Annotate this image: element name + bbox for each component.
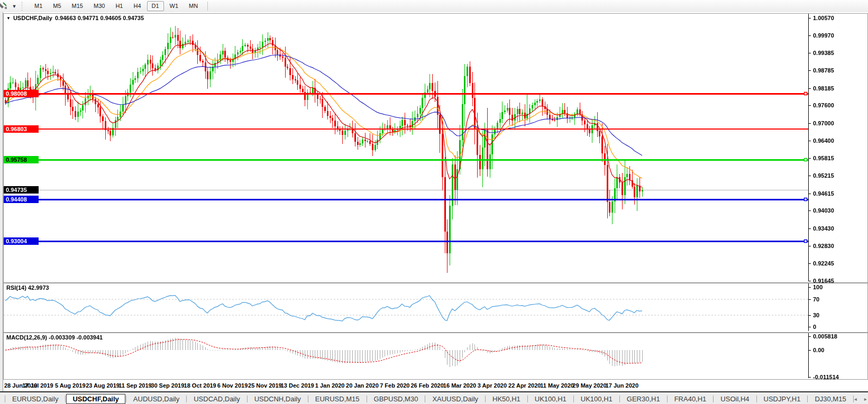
tab-separator xyxy=(853,396,854,402)
tab-separator xyxy=(527,396,528,402)
caret-down-icon[interactable]: ▼ xyxy=(11,4,18,9)
macd-tick-label: 0.00 xyxy=(813,347,824,353)
tab-scroll-right-icon[interactable]: ▸ xyxy=(864,396,867,402)
price-tick-label: 0.99385 xyxy=(813,50,834,56)
price-tick-label: 0.92830 xyxy=(813,243,834,249)
tab-audusd-daily[interactable]: AUDUSD,Daily xyxy=(127,394,186,404)
tab-separator xyxy=(485,396,486,402)
date-tick-label: 11 May 2020 xyxy=(540,382,574,389)
chart-title: ▼ USDCHF,Daily 0.94663 0.94771 0.94605 0… xyxy=(6,15,144,21)
tab-separator xyxy=(126,396,126,402)
macd-label: MACD(12,26,9) -0.003309 -0.003941 xyxy=(6,334,103,341)
line-price-tag: 0.94408 xyxy=(4,196,39,203)
rsi-label: RSI(14) 42.9973 xyxy=(6,284,49,291)
price-tick-label: 0.93430 xyxy=(813,225,834,232)
date-tick-label: 7 Feb 2020 xyxy=(380,382,409,389)
date-tick-label: 13 Dec 2019 xyxy=(281,382,314,389)
price-tick-label: 0.94615 xyxy=(813,190,834,197)
tab-scroll-left-icon[interactable]: ◂ xyxy=(854,396,857,402)
tab-separator xyxy=(807,396,808,402)
tab-separator xyxy=(5,396,5,402)
toolbar-separator xyxy=(207,2,208,11)
price-tick-label: 1.00570 xyxy=(813,15,834,21)
rsi-tick-label: 0 xyxy=(813,324,816,330)
tab-separator xyxy=(247,396,248,402)
price-tick-label: 0.96400 xyxy=(813,137,834,144)
date-tick-label: 11 Sep 2019 xyxy=(118,382,151,389)
date-tick-label: 1 Jan 2020 xyxy=(315,382,345,389)
price-tick-label: 0.92245 xyxy=(813,260,834,267)
tab-uk100-h1[interactable]: UK100,H1 xyxy=(574,394,619,404)
date-tick-label: 29 May 2020 xyxy=(572,382,606,389)
tab-separator xyxy=(425,396,425,402)
tab-separator xyxy=(619,396,620,402)
mt4-app: ▼ M1M5M15M30H1H4D1W1MN ▼ USDCHF,Daily 0.… xyxy=(0,0,868,404)
collapse-chart-icon[interactable]: ▼ xyxy=(6,16,11,21)
date-tick-label: 30 Sep 2019 xyxy=(151,382,184,389)
date-tick-label: 6 Nov 2019 xyxy=(217,382,248,389)
tab-separator xyxy=(186,396,187,402)
date-tick-label: 22 Apr 2020 xyxy=(508,382,541,389)
tab-separator xyxy=(667,396,668,402)
macd-window[interactable]: MACD(12,26,9) -0.003309 -0.003941 0.0058… xyxy=(3,333,868,380)
date-tick-label: 5 Aug 2019 xyxy=(55,382,86,389)
tab-separator xyxy=(713,396,714,402)
chart-tool-icon[interactable] xyxy=(0,2,11,11)
tab-usdcad-daily[interactable]: USDCAD,Daily xyxy=(187,394,246,404)
timeframe-button-m30[interactable]: M30 xyxy=(89,1,109,11)
tab-bar: EURUSD,DailyUSDCHF,DailyAUDUSD,DailyUSDC… xyxy=(0,391,868,404)
tab-usdcnh-daily[interactable]: USDCNH,Daily xyxy=(248,394,307,404)
tab-separator xyxy=(308,396,308,402)
timeframe-button-h1[interactable]: H1 xyxy=(111,1,127,11)
date-tick-label: 18 Oct 2019 xyxy=(184,382,216,389)
timeframe-button-m1[interactable]: M1 xyxy=(30,1,47,11)
rsi-tick-label: 70 xyxy=(813,296,819,302)
toolbar: ▼ M1M5M15M30H1H4D1W1MN xyxy=(0,0,868,13)
chart-ohlc-values: 0.94663 0.94771 0.94605 0.94735 xyxy=(55,15,144,21)
price-tick-label: 0.95215 xyxy=(813,172,834,179)
price-tick-label: 0.99970 xyxy=(813,32,834,39)
price-chart-canvas[interactable] xyxy=(4,14,866,281)
price-tick-label: 0.97000 xyxy=(813,120,834,126)
date-tick-label: 3 Apr 2020 xyxy=(478,382,507,389)
tab-fra40-h1[interactable]: FRA40,H1 xyxy=(668,394,713,404)
date-tick-label: 17 Jul 2019 xyxy=(22,382,53,389)
tab-gbpusd-m30[interactable]: GBPUSD,M30 xyxy=(368,394,425,404)
tab-usoil-h4[interactable]: USOil,H4 xyxy=(714,394,755,404)
rsi-tick-label: 100 xyxy=(813,284,823,290)
timeframe-button-m5[interactable]: M5 xyxy=(48,1,66,11)
date-axis: 28 Jun 201917 Jul 20195 Aug 201923 Aug 2… xyxy=(3,380,867,391)
price-tick-label: 0.98185 xyxy=(813,85,834,91)
tab-eurusd-m15[interactable]: EURUSD,M15 xyxy=(309,394,366,404)
main-chart-window[interactable]: ▼ USDCHF,Daily 0.94663 0.94771 0.94605 0… xyxy=(3,13,868,283)
tab-usdchf-daily[interactable]: USDCHF,Daily xyxy=(66,394,125,404)
line-price-tag: 0.95758 xyxy=(4,156,39,163)
tab-separator xyxy=(65,396,66,402)
date-tick-label: 17 Jun 2020 xyxy=(606,382,638,389)
line-price-tag: 0.98008 xyxy=(4,90,39,97)
tab-hk50-h1[interactable]: HK50,H1 xyxy=(486,394,527,404)
macd-canvas[interactable] xyxy=(4,333,866,378)
timeframe-button-mn[interactable]: MN xyxy=(184,1,203,11)
date-tick-label: 25 Nov 2019 xyxy=(248,382,282,389)
rsi-window[interactable]: RSI(14) 42.9973 10070300 xyxy=(3,283,868,333)
tab-ger30-h1[interactable]: GER30,H1 xyxy=(620,394,666,404)
date-tick-label: 26 Feb 2020 xyxy=(410,382,443,389)
tab-eurusd-daily[interactable]: EURUSD,Daily xyxy=(6,394,65,404)
tab-usdjpy-h1[interactable]: USDJPY,H1 xyxy=(757,394,807,404)
price-tick-label: 0.94030 xyxy=(813,207,834,214)
timeframe-button-w1[interactable]: W1 xyxy=(165,1,184,11)
tab-dj30-m15[interactable]: DJ30,M15 xyxy=(808,394,852,404)
tab-uk100-h1[interactable]: UK100,H1 xyxy=(528,394,573,404)
toolbar-grip[interactable] xyxy=(21,2,23,11)
tab-xauusd-daily[interactable]: XAUUSD,Daily xyxy=(426,394,485,404)
tab-separator xyxy=(756,396,757,402)
line-price-tag: 0.96803 xyxy=(4,125,39,133)
price-tick-label: 0.98785 xyxy=(813,67,834,74)
timeframe-button-h4[interactable]: H4 xyxy=(129,1,145,11)
tab-scroll-arrows: ◂ ▸ xyxy=(854,396,867,402)
rsi-canvas[interactable] xyxy=(4,283,866,331)
timeframe-button-d1[interactable]: D1 xyxy=(147,1,164,11)
timeframe-button-m15[interactable]: M15 xyxy=(67,1,88,11)
date-tick-label: 16 Mar 2020 xyxy=(443,382,476,389)
